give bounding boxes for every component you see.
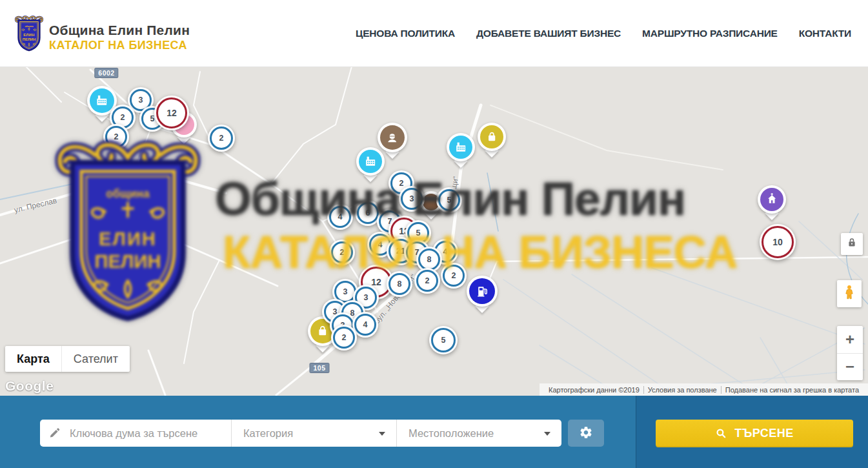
search-button-label: ТЪРСЕНЕ — [734, 427, 794, 440]
padlock-icon — [845, 236, 858, 252]
map-cluster-marker[interactable]: 12 — [154, 96, 189, 130]
nav-item-4[interactable]: КОНТАКТИ — [799, 28, 851, 39]
main-nav: ЦЕНОВА ПОЛИТИКАДОБАВЕТЕ ВАШИЯТ БИЗНЕСМАР… — [356, 0, 851, 66]
map-canvas[interactable]: ул. Преславбул. „Новоселци“лищи“6002105 … — [0, 66, 868, 396]
map-cluster-marker[interactable]: 4 — [327, 204, 353, 230]
site-title: Община Елин Пелин — [49, 23, 190, 37]
road-badge: 105 — [309, 363, 329, 373]
search-submit-button[interactable]: ТЪРСЕНЕ — [656, 420, 853, 447]
map-cluster-marker[interactable]: 2 — [331, 325, 357, 351]
map-pin-worker[interactable] — [378, 123, 407, 152]
svg-text:ЕЛИН: ЕЛИН — [23, 33, 35, 37]
svg-text:ПЕЛИН: ПЕЛИН — [23, 37, 35, 41]
attribution-link[interactable]: Условия за ползване — [643, 386, 721, 394]
map-cluster-marker[interactable]: 5 — [436, 187, 462, 213]
google-logo[interactable]: Google — [5, 378, 54, 394]
page: ул. Преславбул. „Новоселци“лищи“6002105 … — [0, 0, 868, 468]
location-dropdown-label: Местоположение — [409, 427, 494, 440]
search-bar: Категория Местоположение ТЪРСЕНЕ — [0, 396, 868, 468]
street-view-pegman-button[interactable] — [837, 280, 862, 307]
map-pin-factory[interactable] — [447, 133, 475, 161]
zoom-control: + − — [837, 326, 863, 380]
map-pin-bag[interactable] — [478, 123, 506, 151]
chevron-down-icon — [544, 432, 550, 436]
category-dropdown[interactable]: Категория — [231, 420, 396, 447]
attribution-link[interactable]: Подаване на сигнал за грешка в картата — [721, 386, 863, 394]
map-attribution: Картографски данни ©2019Условия за ползв… — [540, 383, 868, 396]
map-cluster-marker[interactable]: 2 — [441, 263, 467, 289]
search-icon — [715, 427, 727, 440]
map-pin-fuel[interactable] — [467, 276, 498, 307]
map-cluster-marker[interactable]: 2 — [329, 239, 355, 265]
zoom-in-button[interactable]: + — [837, 326, 863, 354]
nav-item-1[interactable]: ЦЕНОВА ПОЛИТИКА — [356, 28, 455, 39]
advanced-settings-button[interactable] — [568, 420, 604, 447]
keyword-section — [40, 420, 231, 447]
pencil-icon — [49, 427, 61, 439]
map-pin-church[interactable] — [758, 185, 786, 214]
map-cluster-marker[interactable]: 10 — [760, 224, 796, 260]
map-cluster-marker[interactable]: 5 — [429, 326, 458, 354]
site-subtitle: КАТАЛОГ НА БИЗНЕСА — [49, 39, 190, 51]
map-cluster-marker[interactable]: 3 — [399, 186, 425, 212]
category-dropdown-label: Категория — [243, 427, 293, 440]
map-cluster-marker[interactable]: 8 — [387, 271, 412, 297]
map-cluster-marker[interactable]: 2 — [103, 124, 129, 150]
chevron-down-icon — [379, 432, 385, 436]
pegman-icon — [841, 283, 858, 305]
keyword-search-input[interactable] — [40, 420, 231, 447]
map-type-map-button[interactable]: Карта — [5, 346, 61, 372]
svg-text:община: община — [25, 25, 33, 28]
zoom-out-button[interactable]: − — [837, 354, 863, 381]
search-input-group: Категория Местоположение — [40, 420, 561, 447]
map-type-control: Карта Сателит — [5, 346, 130, 372]
nav-item-3[interactable]: МАРШРУТНО РАЗПИСАНИЕ — [642, 28, 778, 39]
map-type-satellite-button[interactable]: Сателит — [61, 346, 130, 372]
location-dropdown[interactable]: Местоположение — [396, 420, 561, 447]
gear-icon — [579, 425, 593, 442]
lock-button[interactable] — [841, 233, 863, 255]
road-badge: 6002 — [94, 68, 118, 78]
header: общинаЕЛИНПЕЛИН Община Елин Пелин КАТАЛО… — [0, 0, 868, 67]
map-data-copyright: Картографски данни ©2019 — [545, 386, 643, 394]
nav-item-2[interactable]: ДОБАВЕТЕ ВАШИЯТ БИЗНЕС — [476, 28, 621, 39]
map-cluster-marker[interactable]: 2 — [208, 125, 235, 152]
site-title-block: Община Елин Пелин КАТАЛОГ НА БИЗНЕСА — [49, 23, 190, 51]
map-cluster-marker[interactable]: 2 — [414, 268, 440, 294]
municipality-logo[interactable]: общинаЕЛИНПЕЛИН — [14, 15, 44, 52]
